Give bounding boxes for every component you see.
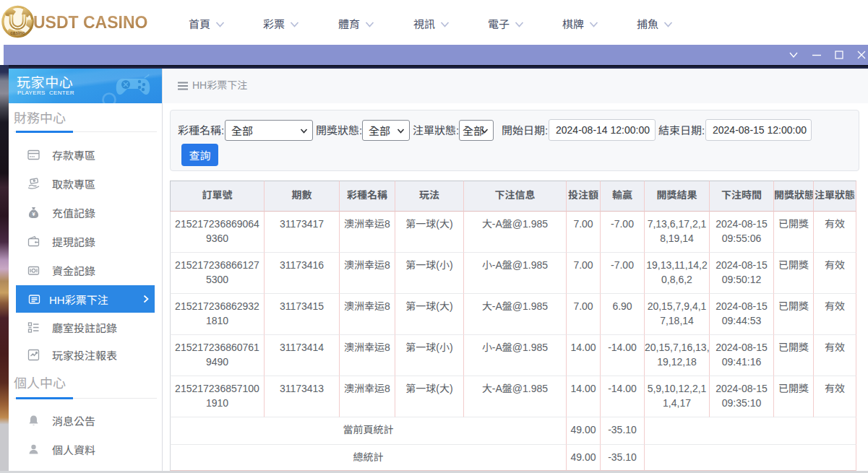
svg-text:¥: ¥	[32, 210, 35, 217]
svg-text:casino: casino	[10, 30, 25, 35]
